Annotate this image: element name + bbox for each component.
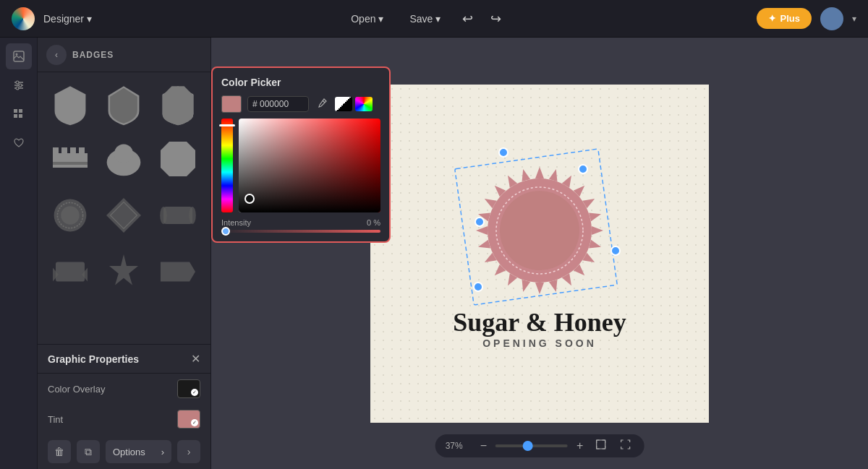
tint-row: Tint ✓ xyxy=(38,404,210,434)
color-overlay-swatch[interactable]: ✓ xyxy=(177,379,200,398)
svg-marker-49 xyxy=(477,210,490,221)
filter-icon xyxy=(12,79,25,92)
gradient-overlay xyxy=(239,119,380,212)
badge-item-11[interactable] xyxy=(100,248,148,296)
avatar-chevron[interactable]: ▾ xyxy=(852,14,856,24)
badge-item-10[interactable] xyxy=(46,248,94,296)
badge-graphic[interactable] xyxy=(464,158,616,306)
svg-marker-43 xyxy=(519,279,530,293)
expand-button[interactable]: › xyxy=(177,440,200,463)
zoom-track[interactable] xyxy=(495,444,568,447)
badges-grid-3 xyxy=(38,248,210,304)
canvas-text-container: Sugar & Honey OPENING SOON xyxy=(453,307,626,349)
hue-bar[interactable] xyxy=(221,119,233,212)
octagon-badge xyxy=(158,137,198,181)
svg-rect-10 xyxy=(14,114,17,118)
panel-title: BADGES xyxy=(72,50,114,60)
svg-marker-30 xyxy=(535,167,544,178)
tint-swatch[interactable]: ✓ xyxy=(177,410,200,429)
canvas-main-text: Sugar & Honey xyxy=(453,307,626,337)
badge-item-9[interactable] xyxy=(154,192,202,239)
picker-dot[interactable] xyxy=(244,194,255,204)
main-layout: ‹ BADGES xyxy=(0,38,868,469)
badge-item-2[interactable] xyxy=(100,81,148,129)
canvas-frame: Sugar & Honey OPENING SOON xyxy=(370,85,709,423)
delete-button[interactable]: 🗑 xyxy=(48,440,71,463)
svg-marker-41 xyxy=(549,279,561,293)
eyedropper-button[interactable] xyxy=(315,96,329,113)
diamond-badge xyxy=(103,194,144,237)
hex-input[interactable] xyxy=(247,96,309,112)
app-logo[interactable] xyxy=(12,7,35,30)
ribbon-badge xyxy=(50,250,90,293)
svg-rect-63 xyxy=(596,440,605,449)
undo-button[interactable]: ↩ xyxy=(456,7,479,31)
tint-label: Tint xyxy=(48,414,63,425)
fit-screen-button[interactable] xyxy=(592,439,609,453)
save-menu-button[interactable]: Save ▾ xyxy=(399,9,451,29)
svg-rect-0 xyxy=(14,51,24,61)
intensity-thumb[interactable] xyxy=(221,227,230,236)
badge-item-6[interactable] xyxy=(154,134,202,182)
filters-tool-button[interactable] xyxy=(6,72,32,98)
crenellated-badge xyxy=(50,137,90,181)
swatch-checkmark: ✓ xyxy=(191,389,198,396)
label-badge xyxy=(158,250,198,293)
badge-item-5[interactable] xyxy=(100,134,148,182)
svg-rect-16 xyxy=(79,147,85,156)
svg-marker-53 xyxy=(519,168,530,181)
svg-marker-47 xyxy=(477,239,490,251)
app-name-button[interactable]: Designer ▾ xyxy=(43,13,92,25)
grid-tool-button[interactable] xyxy=(6,101,32,127)
badge-item-8[interactable] xyxy=(100,192,148,239)
intensity-track[interactable] xyxy=(221,230,380,233)
intensity-value: 0 % xyxy=(367,218,380,227)
badge-item-1[interactable] xyxy=(46,81,94,129)
svg-rect-8 xyxy=(14,109,17,113)
svg-line-29 xyxy=(323,100,325,103)
color-picker-popup: Color Picker xyxy=(211,66,391,243)
badge-item-4[interactable] xyxy=(46,134,94,182)
images-tool-button[interactable] xyxy=(6,43,32,69)
svg-point-58 xyxy=(499,148,508,157)
zoom-thumb[interactable] xyxy=(523,441,533,451)
options-button[interactable]: Options › xyxy=(106,440,171,463)
plus-button[interactable]: ✦ Plus xyxy=(757,8,812,29)
avatar[interactable] xyxy=(820,7,843,30)
intensity-label: Intensity xyxy=(221,218,251,227)
properties-title: Graphic Properties xyxy=(48,353,139,365)
favorites-tool-button[interactable] xyxy=(6,130,32,156)
intensity-labels: Intensity 0 % xyxy=(221,218,380,227)
properties-actions: 🗑 ⧉ Options › › xyxy=(38,434,210,469)
svg-point-56 xyxy=(500,191,579,270)
zoom-out-button[interactable]: − xyxy=(479,439,488,452)
zoom-in-button[interactable]: + xyxy=(575,439,584,452)
left-toolbar xyxy=(0,38,38,469)
back-button[interactable]: ‹ xyxy=(46,45,67,65)
bw-swatch-button[interactable] xyxy=(335,97,352,111)
color-swatches-group xyxy=(335,97,373,111)
header: Designer ▾ Open ▾ Save ▾ ↩ ↪ ✦ Plus ▾ xyxy=(0,0,868,38)
badge-item-12[interactable] xyxy=(154,248,202,296)
zoom-bar: 37% − + xyxy=(435,434,644,457)
close-properties-button[interactable]: ✕ xyxy=(191,352,200,366)
badge-item-3[interactable] xyxy=(154,81,202,129)
redo-button[interactable]: ↪ xyxy=(485,7,507,31)
svg-point-22 xyxy=(61,206,80,225)
heart-icon xyxy=(12,137,25,150)
svg-rect-11 xyxy=(19,114,22,118)
color-preview-swatch xyxy=(221,95,242,113)
color-gradient-box[interactable] xyxy=(239,119,380,212)
open-menu-button[interactable]: Open ▾ xyxy=(341,9,393,29)
color-gradient-area xyxy=(221,119,380,212)
image-icon xyxy=(12,50,25,63)
color-picker-title: Color Picker xyxy=(221,77,380,88)
svg-point-1 xyxy=(15,53,17,56)
badge-item-7[interactable] xyxy=(46,192,94,239)
spectrum-swatch-button[interactable] xyxy=(355,97,373,111)
svg-rect-17 xyxy=(53,162,88,165)
copy-button[interactable]: ⧉ xyxy=(77,440,100,463)
svg-point-19 xyxy=(114,144,133,163)
hue-indicator xyxy=(219,124,235,126)
fullscreen-button[interactable] xyxy=(616,439,634,453)
